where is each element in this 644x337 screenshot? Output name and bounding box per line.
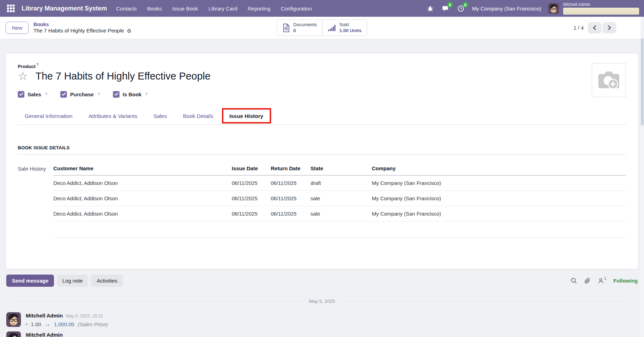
pager-previous-button[interactable]: [588, 22, 601, 33]
tracking-value-change: • 1.00 → 1,000.00 (Sales Price): [26, 321, 108, 327]
attachment-paperclip-icon[interactable]: [584, 277, 591, 284]
activities-badge: 8: [462, 2, 468, 8]
message-avatar[interactable]: [6, 312, 21, 327]
company-switcher[interactable]: My Company (San Francisco): [472, 6, 541, 12]
chatter: Send message Log note Activities 1: [6, 275, 638, 337]
product-title[interactable]: The 7 Habits of Highly Effective People: [36, 70, 210, 82]
checkbox-purchase[interactable]: Purchase?: [60, 91, 100, 98]
activities-clock-icon[interactable]: 8: [457, 4, 465, 13]
menu-item-configuration[interactable]: Configuration: [281, 6, 312, 12]
table-row[interactable]: Deco Addict, Addison Olson06/11/202506/1…: [53, 175, 626, 190]
table-cell: 06/11/2025: [271, 206, 310, 221]
checkbox-is-book[interactable]: Is Book?: [113, 91, 147, 98]
pager: 1 / 4: [574, 22, 638, 33]
column-header-customer-name[interactable]: Customer Name: [53, 162, 232, 175]
breadcrumb: Books The 7 Habits of Highly Effective P…: [33, 21, 131, 34]
stat-label: Documents: [293, 22, 317, 28]
date-divider-label: May 5, 2025: [309, 299, 335, 304]
bullet-icon: •: [26, 322, 28, 327]
activities-button[interactable]: Activities: [91, 275, 123, 287]
table-cell: 06/11/2025: [232, 206, 271, 221]
menu-item-issue-book[interactable]: Issue Book: [172, 6, 198, 12]
user-name-blur-box: [563, 8, 639, 15]
date-divider: May 5, 2025: [13, 299, 631, 304]
column-header-company[interactable]: Company: [372, 162, 626, 175]
table-row[interactable]: Deco Addict, Addison Olson06/11/202506/1…: [53, 206, 626, 221]
table-cell: sale: [310, 206, 372, 221]
checkbox-label: Sales: [28, 91, 41, 97]
stat-button-group: Documents 0 Sold 1.00 Units: [277, 20, 367, 36]
debug-bug-icon[interactable]: [426, 4, 435, 13]
messages-icon[interactable]: 8: [442, 4, 450, 13]
camera-plus-icon: [597, 70, 620, 91]
table-cell: Deco Addict, Addison Olson: [53, 190, 232, 206]
section-title: BOOK ISSUE DETAILS: [18, 145, 626, 150]
checkbox-check-icon: [18, 91, 24, 98]
sold-stat-button[interactable]: Sold 1.00 Units: [322, 20, 367, 35]
followers-count: 1: [604, 276, 606, 280]
message-author[interactable]: Mitchell Admin: [26, 332, 63, 337]
message-avatar[interactable]: [6, 331, 21, 337]
checkbox-check-icon: [113, 91, 120, 98]
table-cell: 06/11/2025: [232, 175, 271, 190]
apps-menu-icon[interactable]: [7, 5, 15, 12]
log-note-button[interactable]: Log note: [57, 275, 88, 287]
help-question-mark[interactable]: ?: [36, 62, 39, 67]
arrow-right-icon: →: [45, 321, 51, 327]
table-cell: 06/11/2025: [271, 190, 310, 206]
product-form-card: Product? ☆ The 7 Habits of Highly Effect…: [6, 53, 638, 269]
user-menu[interactable]: Mitchell Admin: [563, 2, 639, 15]
new-button[interactable]: New: [6, 22, 29, 34]
menu-item-contacts[interactable]: Contacts: [116, 6, 137, 12]
help-question-mark[interactable]: ?: [45, 92, 47, 96]
table-cell: 06/11/2025: [232, 190, 271, 206]
empty-table-row[interactable]: [53, 221, 626, 237]
checkbox-sales[interactable]: Sales?: [18, 91, 47, 98]
section-divider: [18, 154, 626, 155]
column-header-state[interactable]: State: [310, 162, 372, 175]
new-value: 1,000.00: [54, 321, 74, 327]
document-icon: [282, 23, 290, 32]
messages-badge: 8: [447, 2, 453, 8]
tab-issue-history[interactable]: Issue History: [229, 109, 264, 125]
following-toggle[interactable]: Following: [613, 278, 638, 284]
tab-book-details[interactable]: Book Details: [182, 109, 214, 125]
tab-sales[interactable]: Sales: [153, 109, 168, 125]
chatter-message: Mitchell Admin May 5, 2025, 15:31 • 1.00…: [6, 312, 638, 327]
tab-general-information[interactable]: General Information: [24, 109, 73, 125]
menu-item-library-card[interactable]: Library Card: [208, 6, 237, 12]
menu-item-books[interactable]: Books: [147, 6, 162, 12]
table-header-row: Customer NameIssue DateReturn DateStateC…: [53, 162, 626, 175]
documents-stat-button[interactable]: Documents 0: [277, 20, 322, 35]
product-field-label: Product?: [18, 62, 626, 69]
favorite-star-icon[interactable]: ☆: [18, 70, 28, 82]
table-row[interactable]: Deco Addict, Addison Olson06/11/202506/1…: [53, 190, 626, 206]
table-cell: My Company (San Francisco): [372, 190, 626, 206]
tab-attributes-variants[interactable]: Attributes & Variants: [88, 109, 138, 125]
user-name: Mitchell Admin: [563, 2, 639, 7]
app-title[interactable]: Library Management System: [22, 5, 107, 12]
pager-next-button[interactable]: [603, 22, 616, 33]
menu-item-reporting[interactable]: Reporting: [248, 6, 270, 12]
help-question-mark[interactable]: ?: [145, 92, 147, 96]
send-message-button[interactable]: Send message: [6, 275, 54, 287]
scrollbar-thumb[interactable]: [641, 38, 644, 126]
message-timestamp: May 5, 2025, 15:31: [66, 314, 103, 319]
message-author[interactable]: Mitchell Admin: [26, 313, 63, 319]
stat-value: 1.00 Units: [339, 28, 362, 33]
followers-icon[interactable]: 1: [598, 278, 606, 284]
breadcrumb-parent-link[interactable]: Books: [33, 21, 131, 28]
user-avatar[interactable]: [548, 3, 559, 14]
column-header-issue-date[interactable]: Issue Date: [232, 162, 271, 175]
search-messages-icon[interactable]: [570, 277, 577, 284]
column-header-return-date[interactable]: Return Date: [271, 162, 310, 175]
checkbox-label: Purchase: [70, 91, 94, 97]
sale-history-field-label: Sale History: [18, 162, 53, 238]
chatter-message-partial: Mitchell Admin: [6, 331, 638, 337]
help-question-mark[interactable]: ?: [98, 92, 100, 96]
stat-label: Sold: [339, 22, 362, 28]
scrollbar-track[interactable]: [641, 17, 644, 337]
product-image-placeholder[interactable]: [592, 63, 626, 97]
gear-icon[interactable]: ⚙: [127, 28, 131, 33]
stat-value: 0: [293, 28, 317, 33]
